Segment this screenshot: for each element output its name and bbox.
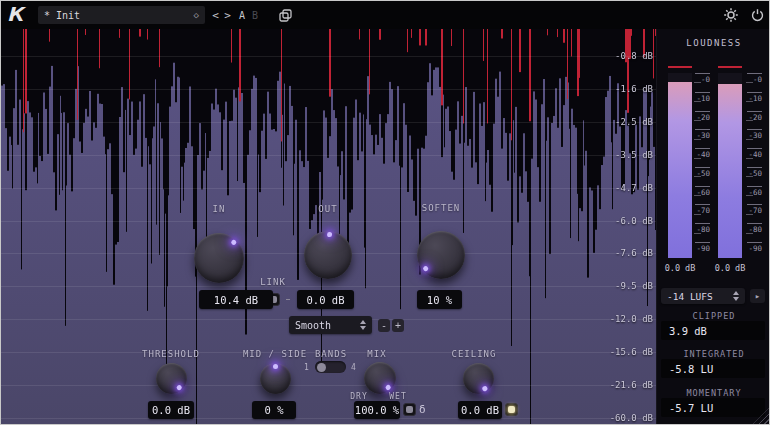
db-scale-label: -1.6 dB: [615, 84, 653, 94]
meter-tick: [694, 214, 701, 215]
meter-tick: [747, 73, 762, 74]
meter-tick: [695, 167, 710, 168]
bands-max-label: 4: [351, 363, 356, 372]
db-scale-label: -3.5 dB: [615, 150, 653, 160]
db-scale-label: -60.0 dB: [610, 413, 653, 423]
preset-next-button[interactable]: >: [222, 6, 233, 24]
loudness-panel: LOUDNESS -0-10-20-30-40-50-60-70-80-90 -…: [656, 29, 770, 425]
loudness-meter-right-fill: [718, 84, 742, 258]
db-scale-label: -0.8 dB: [615, 51, 653, 61]
meter-tick: [695, 242, 710, 243]
meter-tick: [746, 233, 753, 234]
meter-tick-label: -0: [753, 75, 762, 84]
db-scale-label: -9.5 dB: [615, 281, 653, 291]
mix-dry-label: DRY: [340, 392, 378, 401]
meter-tick: [694, 176, 701, 177]
ceiling-clip-light: [508, 406, 515, 413]
mode-stepper: - +: [378, 319, 404, 332]
momentary-label: MOMENTARY: [657, 388, 770, 398]
meter-tick: [747, 204, 762, 205]
meter-tick: [694, 120, 701, 121]
lufs-more-button[interactable]: ▸: [750, 289, 765, 303]
integrated-label: INTEGRATED: [657, 349, 770, 359]
meter-tick: [747, 167, 762, 168]
meter-tick: [746, 158, 753, 159]
meter-tick-label: -90: [696, 244, 710, 253]
lufs-target-select[interactable]: -14 LUFS: [661, 288, 745, 304]
mix-delta-button[interactable]: [403, 403, 416, 416]
meter-tick: [746, 195, 753, 196]
meter-tick: [747, 111, 762, 112]
preset-prev-button[interactable]: <: [210, 6, 221, 24]
select-arrows-icon: [733, 291, 739, 301]
db-scale-label: -4.7 dB: [615, 183, 653, 193]
out-knob[interactable]: [304, 231, 352, 279]
settings-button[interactable]: [722, 6, 740, 24]
ab-compare-a-button[interactable]: A: [236, 6, 248, 24]
ceiling-label: CEILING: [429, 349, 519, 359]
title-bar: K * Init ◇ < > A B: [1, 1, 769, 29]
threshold-value-field[interactable]: 0.0 dB: [148, 401, 194, 419]
threshold-knob[interactable]: [156, 363, 187, 394]
meter-tick: [747, 129, 762, 130]
db-scale-label: -12.0 dB: [610, 314, 653, 324]
meter-clip-line-right: [718, 66, 742, 68]
copy-preset-button[interactable]: [277, 6, 293, 24]
meter-tick: [695, 73, 710, 74]
db-scale-label: -2.5 dB: [615, 117, 653, 127]
in-value-field[interactable]: 10.4 dB: [199, 290, 273, 309]
meter-tick: [695, 148, 710, 149]
loudness-meter-left-fill: [668, 82, 692, 258]
meter-tick: [694, 158, 701, 159]
meter-tick-label: -0: [701, 75, 710, 84]
momentary-value: -5.7 LU: [661, 398, 765, 417]
meter-tick: [747, 148, 762, 149]
meter-tick: [695, 92, 710, 93]
soften-knob[interactable]: [417, 231, 465, 279]
meter-tick: [747, 186, 762, 187]
mode-select[interactable]: Smooth: [289, 316, 372, 334]
meter-tick-label: -90: [748, 244, 762, 253]
plugin-window: K * Init ◇ < > A B -0.8 dB-1.6 dB-2: [0, 0, 770, 425]
midside-value-field[interactable]: 0 %: [252, 401, 296, 419]
ceiling-knob[interactable]: [463, 363, 494, 394]
mix-value-field[interactable]: 100.0 %: [354, 401, 400, 419]
preset-selector[interactable]: * Init ◇: [38, 6, 205, 24]
soften-value-field[interactable]: 10 %: [417, 290, 462, 309]
mode-select-value: Smooth: [295, 320, 360, 331]
mode-plus-button[interactable]: +: [392, 319, 404, 332]
bands-min-label: 1: [304, 363, 309, 372]
mode-minus-button[interactable]: -: [378, 319, 390, 332]
loudness-meter-right: [718, 73, 742, 258]
db-scale-label: -7.6 dB: [615, 248, 653, 258]
out-knob-indicator: [303, 230, 353, 280]
lufs-target-value: -14 LUFS: [667, 291, 733, 302]
meter-tick: [747, 242, 762, 243]
meter-tick: [746, 82, 753, 83]
meter-tick: [746, 214, 753, 215]
brand-logo: K: [9, 3, 23, 25]
ab-compare-b-button[interactable]: B: [249, 6, 261, 24]
midside-knob[interactable]: [260, 363, 291, 394]
bands-toggle-thumb: [317, 363, 326, 372]
out-value-field[interactable]: 0.0 dB: [297, 290, 354, 309]
mix-knob[interactable]: [364, 362, 396, 394]
db-scale-label: -15.6 dB: [610, 347, 653, 357]
bands-toggle[interactable]: [315, 361, 346, 373]
ceiling-clip-light-button[interactable]: [505, 403, 518, 416]
meter-tick: [694, 195, 701, 196]
in-knob[interactable]: [194, 233, 244, 283]
ceiling-value-field[interactable]: 0.0 dB: [458, 401, 502, 419]
loudness-meter-left: [668, 73, 692, 258]
meter-tick: [694, 233, 701, 234]
midside-knob-indicator: [260, 363, 291, 394]
meter-tick: [747, 223, 762, 224]
meter-scale: -0-10-20-30-40-50-60-70-80-90: [746, 73, 762, 258]
mix-wet-label: WET: [379, 392, 417, 401]
preset-diamond-icon: ◇: [194, 10, 199, 20]
meter-readout-left: 0.0 dB: [658, 263, 702, 273]
bypass-button[interactable]: [748, 6, 766, 24]
meter-scale: -0-10-20-30-40-50-60-70-80-90: [694, 73, 710, 258]
in-knob-label: IN: [189, 204, 249, 214]
meter-tick: [746, 101, 753, 102]
